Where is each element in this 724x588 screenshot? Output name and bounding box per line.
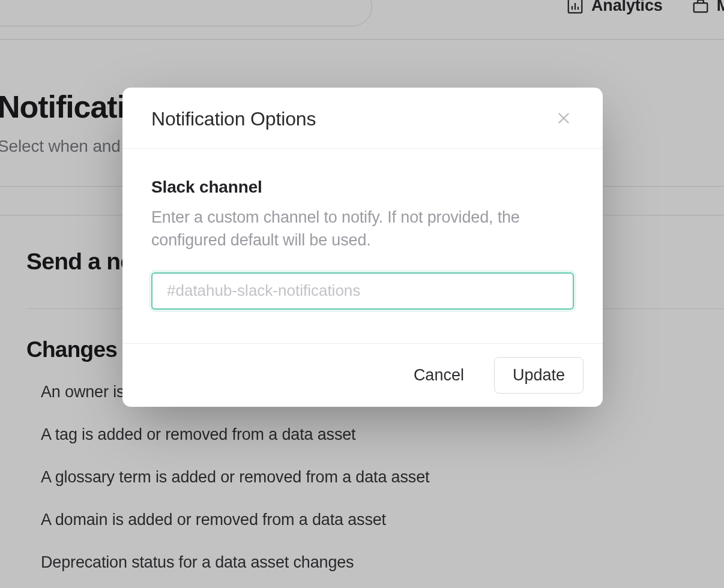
modal-header: Notification Options <box>122 88 603 149</box>
modal-overlay[interactable]: Notification Options Slack channel Enter… <box>0 0 724 588</box>
modal-body: Slack channel Enter a custom channel to … <box>122 149 603 343</box>
slack-channel-input[interactable] <box>151 272 574 310</box>
modal-title: Notification Options <box>151 108 316 130</box>
update-button[interactable]: Update <box>494 357 584 394</box>
close-icon <box>556 110 572 126</box>
modal-footer: Cancel Update <box>122 343 603 407</box>
slack-channel-label: Slack channel <box>151 178 574 197</box>
slack-channel-help: Enter a custom channel to notify. If not… <box>151 206 574 252</box>
notification-options-modal: Notification Options Slack channel Enter… <box>122 88 603 407</box>
cancel-button[interactable]: Cancel <box>409 359 469 392</box>
close-button[interactable] <box>554 108 574 130</box>
